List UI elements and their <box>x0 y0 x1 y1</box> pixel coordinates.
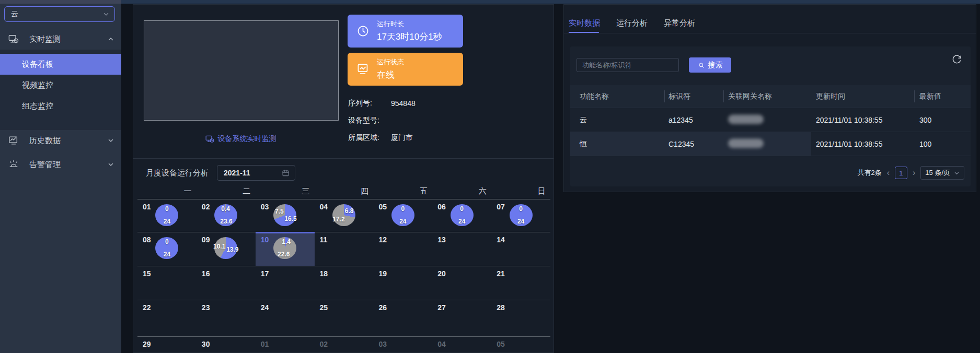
daily-runtime-pie: 024 <box>391 204 414 226</box>
day-number: 05 <box>378 203 387 211</box>
calendar-day-19[interactable]: 19 <box>373 266 432 300</box>
pie-value-label: 0 <box>165 205 169 213</box>
weekday-label: 六 <box>432 185 491 198</box>
data-panel: 实时数据运行分析异常分析 搜索 功能名称标识符关联网关名称更新时间最新值 云a1… <box>563 4 976 192</box>
calendar-header: 月度设备运行分析 2021-11 <box>146 164 295 181</box>
section-divider <box>133 158 554 159</box>
calendar-day-14[interactable]: 14 <box>491 232 550 266</box>
daily-runtime-pie: 024 <box>155 237 178 259</box>
column-divider <box>664 90 665 102</box>
pie-value-label: 1.4 <box>282 238 291 245</box>
prev-page-icon[interactable]: ‹ <box>887 169 890 177</box>
calendar-day-02-next-month[interactable]: 02 <box>315 336 374 353</box>
day-number: 09 <box>202 236 210 244</box>
sidebar-subitem-视频监控[interactable]: 视频监控 <box>0 75 121 96</box>
day-number: 10 <box>261 236 269 244</box>
month-picker[interactable]: 2021-11 <box>217 165 295 181</box>
weekday-label: 日 <box>491 185 550 198</box>
calendar-day-15[interactable]: 15 <box>137 266 197 300</box>
calendar-day-17[interactable]: 17 <box>256 266 315 300</box>
day-number: 18 <box>320 269 328 278</box>
status-card: 运行状态 在线 <box>348 53 463 86</box>
calendar-day-30[interactable]: 30 <box>197 336 256 353</box>
tab-运行分析[interactable]: 运行分析 <box>616 18 648 28</box>
calendar-title: 月度设备运行分析 <box>146 168 209 178</box>
device-select[interactable]: 云 <box>4 6 115 22</box>
calendar-day-21[interactable]: 21 <box>491 266 550 300</box>
table-body: 云a123452021/11/01 10:38:55300恒C123452021… <box>570 108 971 156</box>
calendar-day-25[interactable]: 25 <box>315 300 374 336</box>
model-label: 设备型号: <box>348 116 385 125</box>
calendar-day-05-next-month[interactable]: 05 <box>491 336 550 353</box>
calendar-day-01[interactable]: 01024 <box>137 199 197 232</box>
calendar-day-03-next-month[interactable]: 03 <box>373 336 432 353</box>
sidebar-item-实时监测[interactable]: 实时监测 <box>0 29 121 50</box>
calendar-day-13[interactable]: 13 <box>432 232 491 266</box>
cell-value: 300 <box>919 116 931 124</box>
gateway-name-redacted <box>728 138 764 149</box>
pie-value-label: 0 <box>460 205 464 213</box>
top-strip-left <box>0 0 121 4</box>
current-page[interactable]: 1 <box>895 167 907 179</box>
calendar-day-05[interactable]: 05024 <box>373 199 432 232</box>
day-number: 07 <box>497 203 505 211</box>
weekday-label: 三 <box>256 185 315 198</box>
pie-value-label: 24 <box>458 218 465 225</box>
pie-value-label: 22.6 <box>278 251 290 258</box>
calendar-day-04[interactable]: 0417.26.8 <box>315 199 374 232</box>
sidebar-subitem-设备看板[interactable]: 设备看板 <box>0 54 121 75</box>
calendar-day-06[interactable]: 06024 <box>432 199 491 232</box>
sidebar-item-历史数据[interactable]: 历史数据 <box>0 130 121 151</box>
calendar-day-26[interactable]: 26 <box>373 300 432 336</box>
calendar-day-12[interactable]: 12 <box>373 232 432 266</box>
next-page-icon[interactable]: › <box>913 169 915 177</box>
search-button[interactable]: 搜索 <box>689 57 731 73</box>
calendar-day-16[interactable]: 16 <box>197 266 256 300</box>
sidebar-item-告警管理[interactable]: 告警管理 <box>0 154 121 175</box>
region-line: 所属区域: 厦门市 <box>348 129 416 146</box>
calendar-day-09[interactable]: 0910.113.9 <box>197 232 256 266</box>
sidebar-item-label: 实时监测 <box>29 34 108 44</box>
cell-value: 100 <box>919 140 931 148</box>
calendar-day-18[interactable]: 18 <box>315 266 374 300</box>
pagination: 共有2条 ‹ 1 › 15 条/页 <box>857 166 964 180</box>
calendar-day-29[interactable]: 29 <box>137 336 197 353</box>
tab-实时数据[interactable]: 实时数据 <box>569 18 600 28</box>
calendar-day-24[interactable]: 24 <box>256 300 315 336</box>
search-input[interactable] <box>577 58 679 72</box>
tab-异常分析[interactable]: 异常分析 <box>664 18 695 28</box>
page-size-select[interactable]: 15 条/页 <box>920 166 964 180</box>
table-row[interactable]: 云a123452021/11/01 10:38:55300 <box>570 108 971 132</box>
calendar-day-07[interactable]: 07024 <box>491 199 550 232</box>
calendar-day-08[interactable]: 08024 <box>137 232 197 266</box>
day-number: 17 <box>261 269 269 278</box>
calendar-day-22[interactable]: 22 <box>137 300 197 336</box>
calendar-day-27[interactable]: 27 <box>432 300 491 336</box>
pie-value-label: 13.9 <box>226 246 238 253</box>
daily-runtime-pie: 024 <box>510 204 533 226</box>
column-divider <box>723 90 724 102</box>
calendar-day-11[interactable]: 11 <box>315 232 374 266</box>
calendar-day-28[interactable]: 28 <box>491 300 550 336</box>
refresh-icon[interactable] <box>951 54 962 65</box>
runtime-value: 17天3时10分1秒 <box>377 31 442 43</box>
pie-value-label: 24 <box>164 218 170 225</box>
calendar-day-01-next-month[interactable]: 01 <box>256 336 315 353</box>
calendar-day-04-next-month[interactable]: 04 <box>432 336 491 353</box>
calendar-day-20[interactable]: 20 <box>432 266 491 300</box>
table-row[interactable]: 恒C123452021/11/01 10:38:55100 <box>570 132 971 156</box>
calendar-day-02[interactable]: 020.423.6 <box>197 199 256 232</box>
data-table: 功能名称标识符关联网关名称更新时间最新值 云a123452021/11/01 1… <box>570 85 971 156</box>
device-system-monitor-link[interactable]: 设备系统实时监测 <box>144 134 338 144</box>
serial-value: 954848 <box>391 99 416 108</box>
history-data-icon <box>8 135 19 146</box>
month-picker-value: 2021-11 <box>224 169 250 177</box>
cell-value: 云 <box>580 115 587 125</box>
sidebar-subitem-组态监控[interactable]: 组态监控 <box>0 96 121 116</box>
device-select-value: 云 <box>11 9 18 19</box>
calendar-day-03[interactable]: 037.516.5 <box>256 199 315 232</box>
serial-label: 序列号: <box>348 99 385 108</box>
pie-value-label: 0.4 <box>221 205 230 213</box>
calendar-day-23[interactable]: 23 <box>197 300 256 336</box>
calendar-day-10[interactable]: 1022.61.4 <box>256 232 315 266</box>
